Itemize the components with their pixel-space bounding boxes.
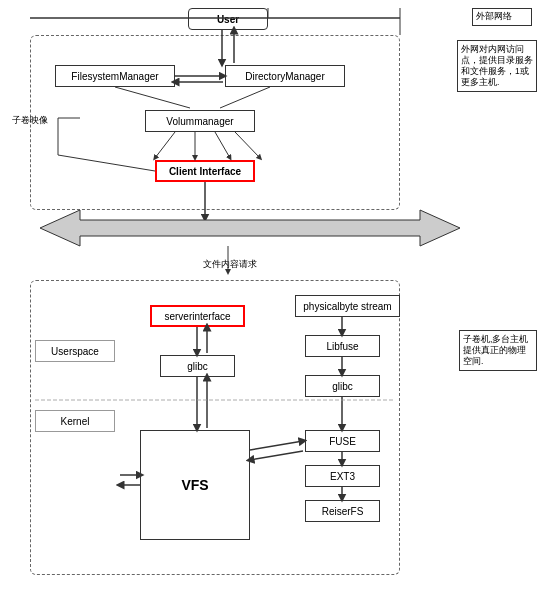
glibc-right-box: glibc bbox=[305, 375, 380, 397]
client-interface-box: Client Interface bbox=[155, 160, 255, 182]
physical-byte-box: physicalbyte stream bbox=[295, 295, 400, 317]
userspace-box: Userspace bbox=[35, 340, 115, 362]
volummanager-box: Volummanager bbox=[145, 110, 255, 132]
architecture-diagram: 外部网络 外网对内网访问点，提供目录服务和文件服务，1或更多主机. User F… bbox=[0, 0, 542, 591]
user-box: User bbox=[188, 8, 268, 30]
kernel-box: Kernel bbox=[35, 410, 115, 432]
fuse-box: FUSE bbox=[305, 430, 380, 452]
file-content-label: 文件内容请求 bbox=[165, 258, 295, 271]
note-top-right: 外网对内网访问点，提供目录服务和文件服务，1或更多主机. bbox=[457, 40, 537, 92]
vfs-box: VFS bbox=[140, 430, 250, 540]
directory-manager-box: DirectoryManager bbox=[225, 65, 345, 87]
libfuse-box: Libfuse bbox=[305, 335, 380, 357]
reiserfs-box: ReiserFS bbox=[305, 500, 380, 522]
serverinterface-box: serverinterface bbox=[150, 305, 245, 327]
sub-volume-label: 子卷映像 bbox=[2, 115, 57, 126]
filesystem-manager-box: FilesystemManager bbox=[55, 65, 175, 87]
infiniband-label: InfiniBand/Myrinet VIA Tcp/IP bbox=[55, 222, 355, 233]
ext3-box: EXT3 bbox=[305, 465, 380, 487]
note-bottom-right: 子卷机,多台主机提供真正的物理空间. bbox=[459, 330, 537, 371]
outer-network-label: 外部网络 bbox=[472, 8, 532, 26]
glibc-left-box: glibc bbox=[160, 355, 235, 377]
